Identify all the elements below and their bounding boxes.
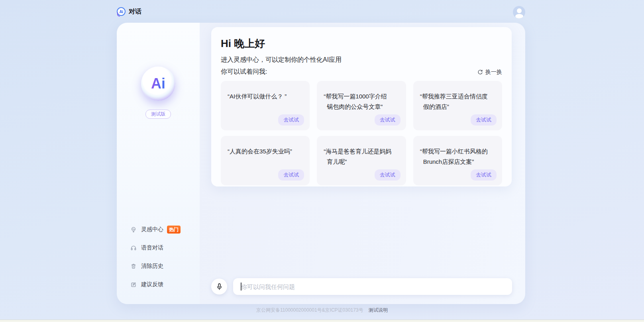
avatar-person-icon (517, 8, 522, 13)
microphone-icon (216, 283, 223, 291)
suggestion-card[interactable]: “AI伙伴可以做什么？ ” 去试试 (221, 81, 310, 130)
question-input[interactable] (233, 278, 512, 295)
refresh-icon (477, 69, 483, 75)
ai-orb-logo-icon: Ai (141, 67, 175, 101)
brand: Ai 对话 (117, 7, 141, 16)
feedback-icon (130, 281, 137, 288)
suggestion-text: “帮我推荐三亚适合情侣度假的酒店” (420, 91, 489, 112)
suggestion-card[interactable]: “帮我写一篇1000字介绍锅包肉的公众号文章” 去试试 (317, 81, 406, 130)
suggestion-card[interactable]: “海马是爸爸育儿还是妈妈育儿呢” 去试试 (317, 136, 406, 185)
try-it-button[interactable]: 去试试 (375, 114, 401, 126)
sidebar-item-label: 语音对话 (141, 244, 163, 251)
trash-icon (130, 263, 137, 269)
welcome-panel: Hi 晚上好 进入灵感中心，可以定制你的个性化AI应用 你可以试着问我: 换一换 (211, 27, 512, 187)
sidebar-item-feedback[interactable]: 建议反馈 (117, 275, 200, 294)
content-shell: Ai 测试版 灵感中心 热门 (117, 23, 525, 304)
ai-orb-logo-text: Ai (151, 75, 165, 92)
sidebar-item-label: 灵感中心 (141, 226, 163, 233)
suggestion-card[interactable]: “帮我推荐三亚适合情侣度假的酒店” 去试试 (413, 81, 502, 130)
sidebar-item-clear-history[interactable]: 清除历史 (117, 257, 200, 275)
try-it-button[interactable]: 去试试 (471, 169, 497, 181)
lightbulb-icon (130, 226, 137, 233)
sidebar-item-inspiration[interactable]: 灵感中心 热门 (117, 220, 200, 239)
ai-bubble-logo-icon: Ai (117, 7, 126, 16)
suggestion-text: “AI伙伴可以做什么？ ” (228, 91, 296, 102)
ai-bubble-logo-text: Ai (120, 10, 123, 14)
suggestion-card[interactable]: “帮我写一篇小红书风格的Brunch店探店文案” 去试试 (413, 136, 502, 185)
try-it-button[interactable]: 去试试 (375, 169, 401, 181)
sidebar-item-voice-chat[interactable]: 语音对话 (117, 239, 200, 257)
question-input-wrap (233, 278, 512, 295)
suggestion-text: “人真的会在35岁失业吗” (228, 146, 296, 157)
version-badge[interactable]: 测试版 (145, 110, 171, 119)
try-it-button[interactable]: 去试试 (278, 169, 304, 181)
sidebar-item-label: 清除历史 (141, 263, 163, 270)
suggestion-text: “帮我写一篇1000字介绍锅包肉的公众号文章” (324, 91, 392, 112)
suggestion-grid: “AI伙伴可以做什么？ ” 去试试 “帮我写一篇1000字介绍锅包肉的公众号文章… (221, 81, 502, 185)
topbar: Ai 对话 (0, 0, 644, 23)
suggestion-card[interactable]: “人真的会在35岁失业吗” 去试试 (221, 136, 310, 185)
try-it-button[interactable]: 去试试 (278, 114, 304, 126)
hot-badge: 热门 (167, 226, 181, 234)
test-note-link[interactable]: 测试说明 (369, 307, 388, 313)
sidebar-menu: 灵感中心 热门 语音对话 (117, 220, 200, 294)
suggestion-text: “海马是爸爸育儿还是妈妈育儿呢” (324, 146, 392, 167)
main-area: Hi 晚上好 进入灵感中心，可以定制你的个性化AI应用 你可以试着问我: 换一换 (200, 23, 525, 304)
sidebar: Ai 测试版 灵感中心 热门 (117, 23, 200, 304)
icp-beian-text: 京公网安备11000002000001号&京ICP证030173号 (256, 307, 363, 313)
bottom-edge-strip (0, 320, 644, 322)
greeting-subtitle: 进入灵感中心，可以定制你的个性化AI应用 (221, 56, 502, 64)
greeting-title: Hi 晚上好 (221, 37, 502, 51)
footer: 京公网安备11000002000001号&京ICP证030173号 测试说明 (0, 307, 644, 314)
text-caret (241, 283, 242, 291)
try-it-button[interactable]: 去试试 (471, 114, 497, 126)
composer (211, 278, 512, 295)
microphone-button[interactable] (211, 279, 227, 295)
ask-label: 你可以试着问我: (221, 68, 267, 76)
sidebar-item-label: 建议反馈 (141, 281, 163, 288)
ask-row: 你可以试着问我: 换一换 (221, 68, 502, 76)
app-title: 对话 (129, 8, 141, 16)
user-avatar[interactable] (513, 6, 525, 18)
headphones-icon (130, 245, 137, 251)
refresh-label: 换一换 (485, 69, 502, 76)
refresh-button[interactable]: 换一换 (477, 69, 502, 76)
ai-chat-app: Ai 对话 Ai 测试版 灵感中心 (0, 0, 644, 322)
suggestion-text: “帮我写一篇小红书风格的Brunch店探店文案” (420, 146, 489, 167)
